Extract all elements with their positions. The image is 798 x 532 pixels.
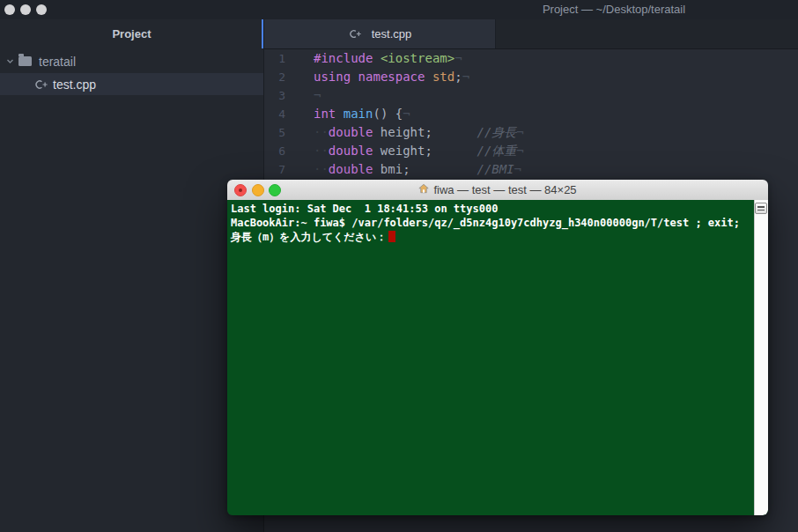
home-icon [418, 180, 429, 200]
zoom-icon[interactable] [36, 4, 47, 15]
terminal-line: 身長（m）を入力してください： [231, 230, 752, 244]
screen: Project — ~/Desktop/teratail Project ter… [0, 0, 798, 532]
code-line[interactable]: 6··double weight; //体重¬ [264, 142, 798, 160]
minimize-icon[interactable] [252, 184, 264, 196]
code-line[interactable]: 3¬ [264, 86, 798, 105]
code-text: #include <iostream>¬ [314, 49, 462, 68]
terminal-output: Last login: Sat Dec 1 18:41:53 on ttys00… [231, 202, 752, 244]
close-icon[interactable] [4, 4, 15, 15]
terminal-body[interactable]: Last login: Sat Dec 1 18:41:53 on ttys00… [227, 200, 768, 515]
terminal-titlebar[interactable]: fiwa — test — test — 84×25 [227, 180, 768, 201]
code-line[interactable]: 7··double bmi; //BMI¬ [264, 160, 798, 179]
terminal-line: MacBookAir:~ fiwa$ /var/folders/qz/_d5nz… [231, 216, 752, 230]
minimize-icon[interactable] [20, 4, 31, 15]
code-text: ¬ [314, 86, 321, 105]
project-sidebar: Project teratail test.cpp [0, 19, 263, 532]
tree-item-teratail[interactable]: teratail [0, 50, 263, 72]
terminal-cursor [388, 231, 395, 242]
split-pane-icon[interactable] [755, 203, 767, 214]
terminal-window: fiwa — test — test — 84×25 Last login: S… [227, 180, 768, 515]
line-number: 1 [264, 49, 285, 68]
code-line[interactable]: 4int main() {¬ [264, 105, 798, 123]
cpp-file-icon [348, 29, 361, 39]
line-number: 4 [264, 105, 285, 123]
close-icon[interactable] [234, 184, 247, 196]
tree-item-test-cpp[interactable]: test.cpp [0, 73, 263, 95]
window-title: Project — ~/Desktop/teratail [430, 0, 798, 19]
terminal-title-text: fiwa — test — test — 84×25 [433, 180, 576, 200]
line-number: 6 [264, 142, 285, 160]
tab-label: test.cpp [372, 27, 412, 41]
line-number: 2 [264, 68, 285, 86]
terminal-line: Last login: Sat Dec 1 18:41:53 on ttys00… [231, 202, 752, 216]
tree-item-label: teratail [39, 55, 76, 69]
sidebar-header: Project [0, 19, 263, 48]
cpp-file-icon [33, 79, 48, 90]
code-text: ··double bmi; //BMI¬ [314, 160, 521, 179]
line-number: 3 [264, 86, 285, 105]
tree-item-label: test.cpp [53, 78, 96, 92]
code-text: ··double weight; //体重¬ [314, 142, 524, 160]
code-line[interactable]: 1#include <iostream>¬ [264, 49, 798, 68]
tab-test-cpp[interactable]: test.cpp [264, 19, 496, 48]
zoom-icon[interactable] [269, 184, 281, 196]
chevron-down-icon[interactable] [6, 57, 14, 65]
tab-bar: test.cpp [264, 19, 798, 49]
code-text: using namespace std;¬ [314, 68, 469, 86]
code-line[interactable]: 2using namespace std;¬ [264, 68, 798, 86]
folder-icon [18, 56, 32, 66]
window-titlebar[interactable]: Project — ~/Desktop/teratail [0, 0, 798, 20]
line-number: 7 [264, 160, 285, 179]
terminal-title: fiwa — test — test — 84×25 [280, 180, 715, 200]
terminal-scrollbar[interactable] [754, 200, 768, 515]
code-text: int main() {¬ [314, 105, 410, 123]
code-line[interactable]: 5··double height; //身長¬ [264, 123, 798, 142]
line-number: 5 [264, 123, 285, 142]
code-lines: 1#include <iostream>¬2using namespace st… [264, 49, 798, 179]
code-text: ··double height; //身長¬ [314, 123, 524, 142]
